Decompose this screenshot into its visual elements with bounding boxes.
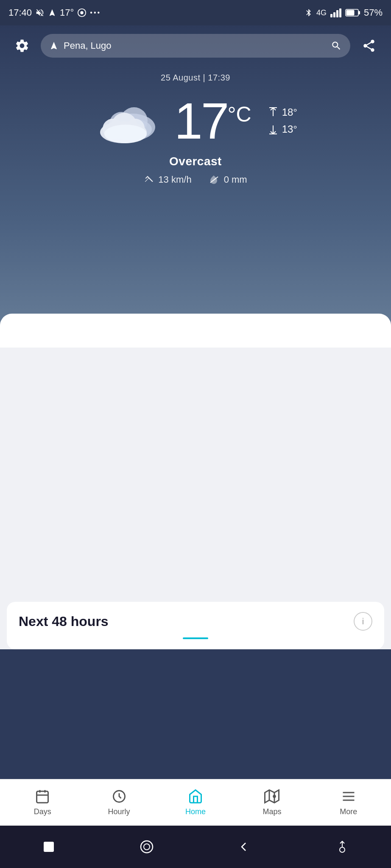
recent-apps-button[interactable] bbox=[38, 836, 59, 857]
home-system-button[interactable] bbox=[136, 836, 157, 857]
nav-temperature: 17° bbox=[60, 7, 74, 18]
svg-point-31 bbox=[273, 795, 276, 798]
home-icon bbox=[188, 789, 203, 804]
main-weather-display: 17 °C 18° 13° bbox=[0, 95, 391, 146]
back-button[interactable] bbox=[234, 836, 255, 857]
bottom-navigation: Days Hourly Home Maps More bbox=[0, 779, 391, 826]
days-label: Days bbox=[34, 807, 51, 816]
location-text: Pena, Lugo bbox=[64, 40, 326, 51]
chrome-icon bbox=[77, 8, 87, 17]
info-icon: i bbox=[362, 617, 364, 626]
share-button[interactable] bbox=[357, 34, 381, 58]
svg-rect-2 bbox=[330, 14, 332, 17]
home-label: Home bbox=[185, 807, 206, 816]
battery-icon bbox=[345, 8, 360, 17]
temperature-range: 18° 13° bbox=[268, 106, 297, 135]
search-bar-row: Pena, Lugo bbox=[0, 25, 391, 66]
gesture-icon bbox=[336, 840, 349, 853]
svg-rect-8 bbox=[346, 10, 354, 16]
info-button[interactable]: i bbox=[354, 612, 372, 631]
more-icon bbox=[341, 789, 356, 804]
weather-section: Pena, Lugo 25 August | 17:39 bbox=[0, 25, 391, 348]
next-48-section: Next 48 hours i bbox=[7, 602, 384, 649]
svg-rect-7 bbox=[358, 11, 360, 14]
next-48-header: Next 48 hours i bbox=[19, 612, 372, 631]
svg-rect-3 bbox=[333, 12, 335, 17]
nav-more[interactable]: More bbox=[310, 785, 387, 821]
svg-rect-5 bbox=[339, 8, 341, 17]
temperature-container: 17 °C bbox=[174, 95, 251, 146]
temp-low: 13° bbox=[268, 123, 297, 135]
wind-direction-icon bbox=[144, 175, 154, 185]
temp-high-value: 18° bbox=[282, 106, 297, 118]
status-right: 4G 57% bbox=[304, 7, 383, 18]
search-icon[interactable] bbox=[331, 40, 342, 51]
tab-indicator-container bbox=[19, 634, 372, 641]
nav-home[interactable]: Home bbox=[157, 785, 234, 821]
network-label: 4G bbox=[316, 8, 327, 17]
temperature-unit: °C bbox=[228, 102, 251, 127]
location-search[interactable]: Pena, Lugo bbox=[41, 34, 350, 58]
navigation-icon bbox=[48, 8, 56, 17]
nav-hourly[interactable]: Hourly bbox=[81, 785, 157, 821]
settings-button[interactable] bbox=[10, 34, 34, 58]
date-time-display: 25 August | 17:39 bbox=[161, 73, 230, 83]
svg-point-37 bbox=[144, 844, 150, 850]
precip-detail: 0 mm bbox=[209, 174, 247, 185]
condition-row: Overcast 13 km/h 0 mm bbox=[144, 155, 247, 185]
wind-speed: 13 km/h bbox=[158, 174, 191, 185]
bluetooth-icon bbox=[304, 8, 313, 17]
svg-rect-4 bbox=[336, 10, 338, 17]
svg-point-1 bbox=[81, 11, 84, 14]
maps-icon bbox=[264, 789, 279, 804]
more-label: More bbox=[340, 807, 357, 816]
content-placeholder bbox=[0, 348, 391, 593]
location-icon bbox=[49, 41, 59, 50]
mute-icon bbox=[35, 8, 45, 17]
nav-days[interactable]: Days bbox=[4, 785, 81, 821]
circle-icon bbox=[139, 839, 154, 854]
main-content-area: Next 48 hours i bbox=[0, 348, 391, 649]
tab-indicator bbox=[183, 637, 208, 639]
temp-high: 18° bbox=[268, 106, 297, 118]
status-bar: 17:40 17° ••• 4G bbox=[0, 0, 391, 25]
next-48-title: Next 48 hours bbox=[19, 614, 109, 629]
signal-icon bbox=[330, 8, 342, 17]
status-left: 17:40 17° ••• bbox=[8, 7, 101, 18]
nav-maps[interactable]: Maps bbox=[234, 785, 310, 821]
temp-low-value: 13° bbox=[282, 123, 297, 135]
square-icon bbox=[42, 840, 56, 854]
svg-marker-28 bbox=[265, 790, 279, 803]
system-navigation bbox=[0, 826, 391, 868]
back-icon bbox=[238, 840, 251, 853]
wind-detail: 13 km/h bbox=[144, 174, 191, 185]
weather-icon bbox=[94, 97, 162, 144]
svg-point-38 bbox=[340, 847, 345, 852]
svg-rect-35 bbox=[44, 842, 54, 852]
days-icon bbox=[35, 789, 50, 804]
precipitation: 0 mm bbox=[224, 174, 247, 185]
svg-point-17 bbox=[104, 125, 147, 143]
condition-text: Overcast bbox=[144, 155, 247, 168]
maps-label: Maps bbox=[263, 807, 281, 816]
dots-indicator: ••• bbox=[90, 9, 101, 17]
time-display: 17:40 bbox=[8, 7, 32, 18]
rain-icon bbox=[209, 175, 220, 185]
temperature-value: 17 bbox=[174, 95, 227, 146]
svg-rect-23 bbox=[37, 791, 48, 803]
hourly-icon bbox=[112, 789, 127, 804]
weather-details: 13 km/h 0 mm bbox=[144, 174, 247, 185]
gesture-button[interactable] bbox=[332, 836, 353, 857]
battery-percent: 57% bbox=[364, 7, 383, 18]
svg-point-36 bbox=[141, 841, 153, 853]
hourly-label: Hourly bbox=[108, 807, 130, 816]
